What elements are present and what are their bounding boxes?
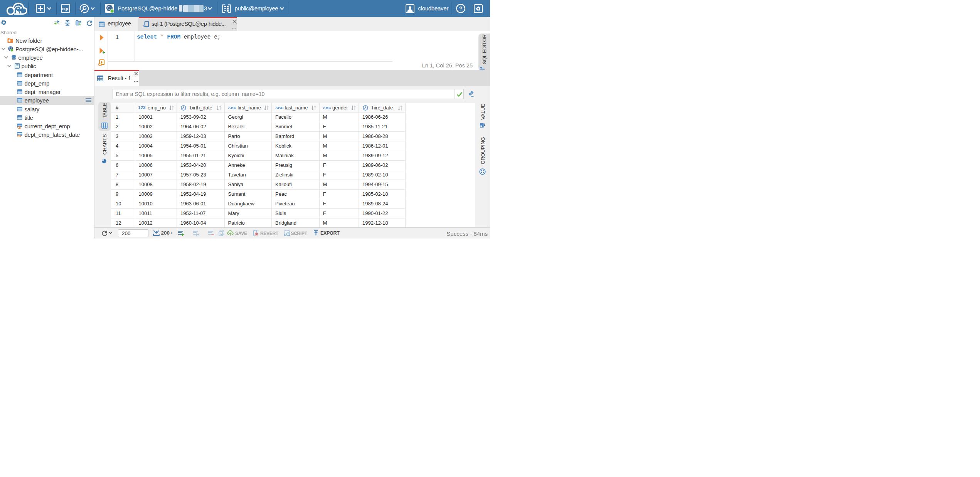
svg-text:?: ? <box>459 5 462 12</box>
svg-text:(+): (+) <box>196 233 200 236</box>
svg-text:SQL: SQL <box>62 7 69 11</box>
